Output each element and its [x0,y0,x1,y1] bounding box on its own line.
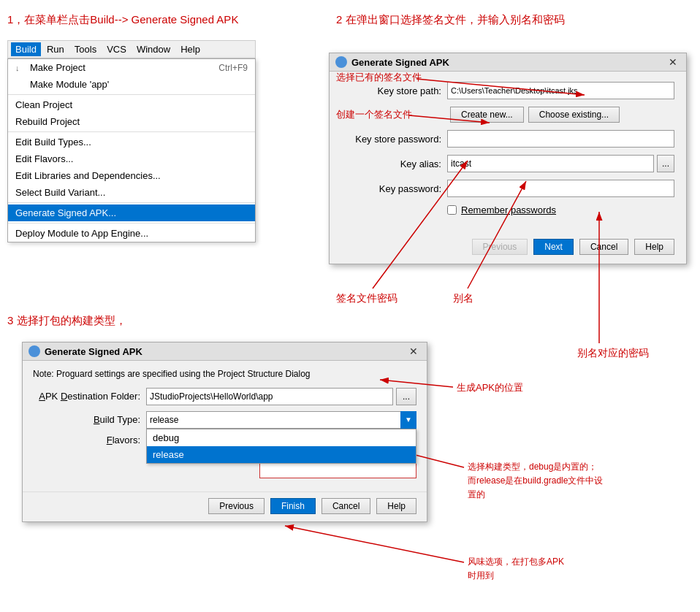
key-password-label: Key password: [341,183,447,194]
annot-flavor-note: 风味选项，在打包多APK 时用到 [468,555,564,583]
destination-folder-row: APK Destination Folder: ... [33,388,416,405]
make-icon: ↓ [15,64,27,72]
destination-folder-label: APK Destination Folder: [33,391,146,402]
remember-passwords-checkbox[interactable] [447,205,457,215]
annot-alias: 别名 [453,292,473,305]
dialog-sign-close[interactable]: ✕ [666,56,680,68]
annot-alias-password: 别名对应的密码 [577,347,649,360]
dialog-sign-title: Generate Signed APK [335,56,449,68]
option-debug[interactable]: debug [147,429,416,446]
svg-line-7 [285,526,464,562]
dialog-apk-title: Generate Signed APK [28,345,142,357]
menu-clean-project[interactable]: Clean Project [8,96,255,113]
menu-select-build-variant[interactable]: Select Build Variant... [8,184,255,201]
build-type-select-container: debug release debug release [146,411,416,429]
menu-rebuild-project[interactable]: Rebuild Project [8,113,255,130]
flavors-label: Flavors: [33,435,146,445]
key-store-password-input[interactable] [447,130,674,148]
sep1 [8,94,255,95]
annot-apk-location: 生成APK的位置 [457,381,523,394]
remember-passwords-row: Remember passwords [447,204,674,215]
annot-existing: 选择已有的签名文件 [336,71,422,84]
dialog-sign-icon [335,56,347,68]
remember-passwords-label: Remember passwords [461,204,556,215]
menu-help[interactable]: Help [176,42,205,56]
apk-cancel-button[interactable]: Cancel [322,498,370,514]
choose-existing-button[interactable]: Choose existing... [528,107,620,123]
dialog-sign-body: Key store path: C:\Users\Teacher\Desktop… [330,72,686,233]
menu-make-project[interactable]: ↓Make Project Ctrl+F9 [8,59,255,76]
key-store-path-row: Key store path: C:\Users\Teacher\Desktop… [341,82,674,99]
build-type-dropdown-list: debug release [146,429,416,464]
menu-vcs[interactable]: VCS [102,42,131,56]
dialog-apk-titlebar: Generate Signed APK ✕ [23,343,427,361]
menu-edit-build-types[interactable]: Edit Build Types... [8,134,255,150]
key-alias-input[interactable] [447,155,654,172]
apk-previous-button[interactable]: Previous [208,498,265,514]
key-password-input[interactable] [447,180,674,197]
build-dropdown: ↓Make Project Ctrl+F9 Make Module 'app' … [7,58,256,242]
annot-build-type-note: 选择构建类型，debug是内置的； 而release是在build.gradle… [468,460,603,502]
dialog-sign-titlebar: Generate Signed APK ✕ [330,53,686,72]
dialog-sign-footer: Previous Next Cancel Help [330,233,686,264]
key-store-path-value: C:\Users\Teacher\Desktop\itcast.jks [447,82,674,99]
menu-build[interactable]: Build [11,42,41,56]
dialog-apk-icon [28,345,40,357]
key-alias-label: Key alias: [341,158,447,169]
dialog-apk-close[interactable]: ✕ [406,345,421,357]
key-store-password-label: Key store password: [341,134,447,145]
menu-edit-libraries[interactable]: Edit Libraries and Dependencies... [8,167,255,184]
note-text: Note: Proguard settings are specified us… [33,368,416,380]
step2-annotation: 2 在弹出窗口选择签名文件，并输入别名和密码 [336,13,565,27]
step1-annotation: 1，在菜单栏点击Build--> Generate Signed APK [7,13,238,27]
destination-browse-button[interactable]: ... [396,388,416,405]
sep2 [8,131,255,132]
create-new-button[interactable]: Create new... [450,107,524,123]
sign-cancel-button[interactable]: Cancel [579,239,628,255]
menu-generate-signed-apk[interactable]: Generate Signed APK... [8,204,255,221]
build-type-select[interactable]: debug release [146,411,416,429]
key-alias-browse-button[interactable]: ... [657,155,674,172]
sep3 [8,202,255,203]
apk-help-button[interactable]: Help [376,498,416,514]
menu-make-module[interactable]: Make Module 'app' [8,76,255,93]
menu-edit-flavors[interactable]: Edit Flavors... [8,150,255,167]
annot-create: 创建一个签名文件 [336,108,412,121]
menu-area: Build Run Tools VCS Window Help ↓Make Pr… [7,40,256,242]
keystore-buttons: Create new... Choose existing... [450,107,620,123]
dialog-apk-footer: Previous Finish Cancel Help [23,491,427,521]
destination-folder-input-container: ... [146,388,416,405]
menu-bar[interactable]: Build Run Tools VCS Window Help [7,40,256,58]
sign-help-button[interactable]: Help [634,239,674,255]
sep4 [8,223,255,223]
annot-password: 签名文件密码 [336,292,397,305]
sign-previous-button[interactable]: Previous [472,239,528,255]
apk-finish-button[interactable]: Finish [270,498,316,514]
build-type-row: Build Type: debug release debug release [33,411,416,429]
dialog-apk-body: Note: Proguard settings are specified us… [23,361,427,491]
sign-next-button[interactable]: Next [533,239,574,255]
key-alias-row: Key alias: ... [341,155,674,172]
menu-run[interactable]: Run [42,42,69,56]
generate-signed-apk-dialog: Generate Signed APK ✕ Key store path: C:… [329,53,687,264]
menu-tools[interactable]: Tools [70,42,101,56]
step3-annotation: 3 选择打包的构建类型， [7,314,126,328]
key-password-row: Key password: [341,180,674,197]
option-release[interactable]: release [147,446,416,463]
menu-window[interactable]: Window [132,42,175,56]
key-store-password-row: Key store password: [341,130,674,148]
generate-apk-dialog: Generate Signed APK ✕ Note: Proguard set… [22,342,427,522]
destination-folder-input[interactable] [146,388,393,405]
build-type-label: Build Type: [33,414,146,425]
menu-deploy-module[interactable]: Deploy Module to App Engine... [8,225,255,242]
key-store-path-label: Key store path: [341,85,447,96]
build-type-container: debug release debug release [146,411,416,429]
